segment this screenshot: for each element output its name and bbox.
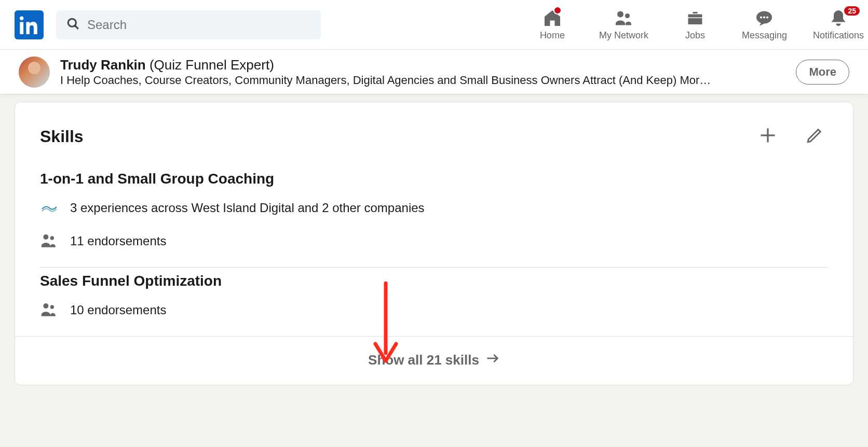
skill-item[interactable]: Sales Funnel Optimization 10 endorsement… (15, 268, 853, 336)
svg-point-3 (625, 13, 630, 18)
nav-home[interactable]: Home (532, 8, 573, 41)
top-nav: Home My Network Jobs Messaging 25 Noti (0, 0, 868, 50)
briefcase-icon (685, 8, 705, 28)
show-all-label: Show all 21 skills (368, 352, 479, 368)
nav-messaging[interactable]: Messaging (742, 8, 787, 41)
svg-point-6 (763, 16, 765, 18)
profile-name: Trudy Rankin (60, 57, 146, 73)
nav-network[interactable]: My Network (599, 8, 648, 41)
skill-endorsements-text: 11 endorsements (70, 234, 166, 248)
arrow-right-icon (485, 351, 500, 369)
skill-name: 1-on-1 and Small Group Coaching (40, 171, 828, 187)
search-input[interactable] (87, 18, 310, 32)
section-title: Skills (40, 127, 84, 146)
company-logo-icon (40, 199, 59, 217)
profile-text: Trudy Rankin (Quiz Funnel Expert) I Help… (60, 57, 785, 88)
edit-skills-button[interactable] (801, 123, 828, 150)
people-icon (614, 8, 633, 28)
skills-card-header: Skills (15, 102, 853, 165)
show-all-skills-button[interactable]: Show all 21 skills (15, 336, 853, 385)
nav-label: Jobs (685, 30, 705, 41)
svg-line-1 (75, 25, 78, 29)
avatar[interactable] (19, 57, 50, 88)
nav-jobs[interactable]: Jobs (674, 8, 716, 41)
profile-suffix: (Quiz Funnel Expert) (150, 57, 274, 73)
svg-point-0 (68, 19, 76, 26)
linkedin-logo[interactable] (15, 10, 44, 39)
profile-tagline: I Help Coaches, Course Creators, Communi… (60, 74, 735, 87)
add-skill-button[interactable] (754, 123, 781, 150)
skill-endorsements-text: 10 endorsements (70, 303, 166, 317)
svg-point-2 (617, 11, 623, 18)
profile-sticky-bar: Trudy Rankin (Quiz Funnel Expert) I Help… (0, 50, 868, 94)
svg-point-11 (50, 236, 54, 240)
svg-point-10 (43, 234, 48, 240)
skill-endorsements-row: 11 endorsements (40, 232, 828, 250)
more-button[interactable]: More (796, 60, 849, 85)
skill-experience-row: 3 experiences across West Island Digital… (40, 199, 828, 217)
nav-notifications[interactable]: 25 Notifications (813, 8, 864, 41)
nav-label: Messaging (742, 30, 787, 41)
skill-item[interactable]: 1-on-1 and Small Group Coaching 3 experi… (15, 165, 853, 267)
pencil-icon (806, 127, 823, 146)
svg-point-7 (766, 16, 768, 18)
search-box[interactable] (56, 10, 321, 39)
nav-label: Notifications (813, 30, 864, 41)
people-icon (40, 301, 59, 319)
people-icon (40, 232, 59, 250)
chat-icon (754, 8, 774, 28)
plus-icon (758, 126, 777, 147)
skill-experience-text: 3 experiences across West Island Digital… (70, 201, 425, 215)
notifications-badge: 25 (843, 5, 861, 17)
search-icon (66, 17, 80, 33)
svg-point-13 (50, 305, 54, 309)
page-body: Skills 1-on-1 and Small Group Coaching 3 (0, 94, 868, 393)
profile-name-line[interactable]: Trudy Rankin (Quiz Funnel Expert) (60, 57, 785, 74)
skill-name: Sales Funnel Optimization (40, 273, 828, 289)
svg-point-5 (760, 16, 762, 18)
skill-endorsements-row: 10 endorsements (40, 301, 828, 319)
home-badge-dot (553, 6, 562, 15)
skills-card: Skills 1-on-1 and Small Group Coaching 3 (15, 102, 853, 385)
nav-label: Home (540, 30, 565, 41)
svg-point-12 (43, 303, 48, 309)
nav-items: Home My Network Jobs Messaging 25 Noti (532, 8, 864, 41)
nav-label: My Network (599, 30, 648, 41)
